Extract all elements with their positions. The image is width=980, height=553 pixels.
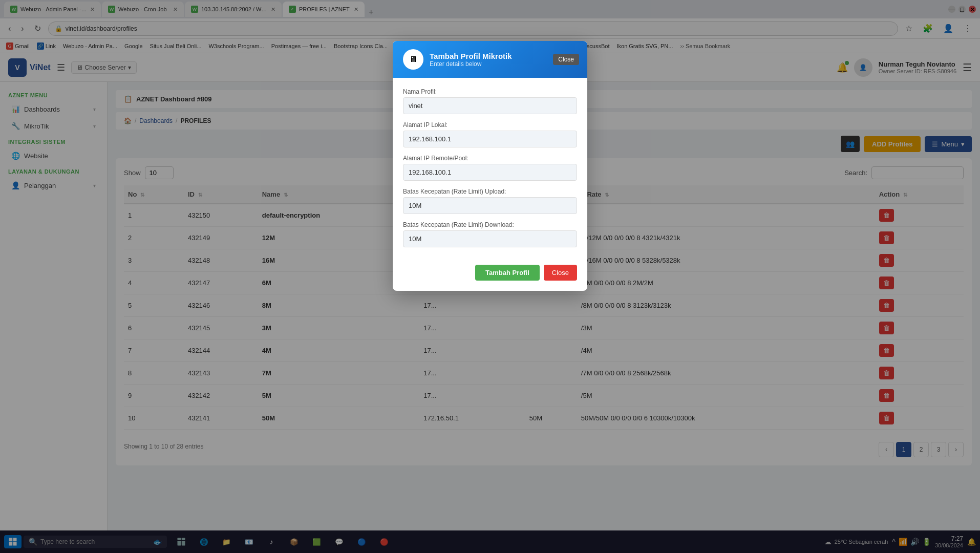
form-group-download: Batas Kecepatan (Rate Limit) Download: <box>403 221 577 247</box>
modal-subtitle: Enter details below <box>430 60 512 68</box>
add-profile-modal: 🖥 Tambah Profil Mikrotik Enter details b… <box>393 41 587 291</box>
tambah-profil-button[interactable]: Tambah Profil <box>475 265 540 281</box>
modal-footer: Tambah Profil Close <box>393 265 587 291</box>
modal-header: 🖥 Tambah Profil Mikrotik Enter details b… <box>393 41 587 78</box>
modal-header-close-button[interactable]: Close <box>553 54 579 65</box>
modal-overlay[interactable]: 🖥 Tambah Profil Mikrotik Enter details b… <box>0 0 980 553</box>
modal-cancel-button[interactable]: Close <box>544 265 577 281</box>
label-ip-lokal: Alamat IP Lokal: <box>403 121 577 129</box>
modal-title: Tambah Profil Mikrotik <box>430 52 512 60</box>
modal-avatar-icon: 🖥 <box>409 55 417 64</box>
form-group-ip-lokal: Alamat IP Lokal: <box>403 121 577 147</box>
modal-header-text: Tambah Profil Mikrotik Enter details bel… <box>430 52 512 68</box>
input-download[interactable] <box>403 230 577 247</box>
modal-body: Nama Profil: Alamat IP Lokal: Alamat IP … <box>393 78 587 265</box>
input-nama-profil[interactable] <box>403 97 577 114</box>
label-upload: Batas Kecepatan (Rate Limit) Upload: <box>403 188 577 195</box>
form-group-nama: Nama Profil: <box>403 88 577 114</box>
form-group-ip-remote: Alamat IP Remote/Pool: <box>403 155 577 181</box>
modal-avatar: 🖥 <box>403 49 423 70</box>
input-upload[interactable] <box>403 197 577 214</box>
input-ip-remote[interactable] <box>403 164 577 181</box>
label-nama-profil: Nama Profil: <box>403 88 577 95</box>
label-ip-remote: Alamat IP Remote/Pool: <box>403 155 577 162</box>
label-download: Batas Kecepatan (Rate Limit) Download: <box>403 221 577 228</box>
input-ip-lokal[interactable] <box>403 131 577 147</box>
form-group-upload: Batas Kecepatan (Rate Limit) Upload: <box>403 188 577 214</box>
